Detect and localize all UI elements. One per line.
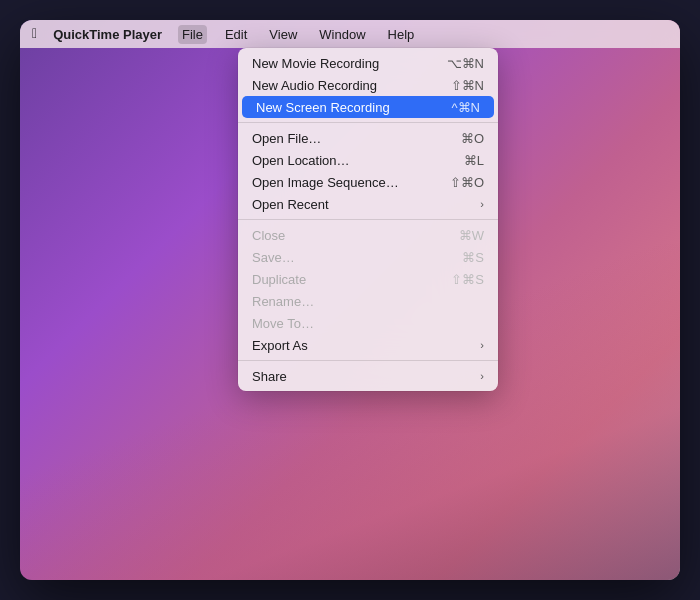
menu-item-open-file[interactable]: Open File… ⌘O [238, 127, 498, 149]
menu-edit[interactable]: Edit [221, 25, 251, 44]
menu-window[interactable]: Window [315, 25, 369, 44]
menu-item-label: Open Recent [252, 197, 480, 212]
menu-item-shortcut: ⌘W [459, 228, 484, 243]
menu-item-open-location[interactable]: Open Location… ⌘L [238, 149, 498, 171]
menu-item-label: New Audio Recording [252, 78, 451, 93]
menu-item-shortcut: ⌘S [462, 250, 484, 265]
menu-item-label: New Screen Recording [256, 100, 452, 115]
menu-file[interactable]: File [178, 25, 207, 44]
submenu-arrow-icon: › [480, 370, 484, 382]
menu-item-rename: Rename… [238, 290, 498, 312]
menu-item-label: New Movie Recording [252, 56, 447, 71]
menu-item-label: Close [252, 228, 459, 243]
menu-item-label: Open Image Sequence… [252, 175, 450, 190]
menu-item-label: Move To… [252, 316, 484, 331]
menu-separator [238, 122, 498, 123]
menu-item-save: Save… ⌘S [238, 246, 498, 268]
menu-separator-3 [238, 360, 498, 361]
file-menu-dropdown: New Movie Recording ⌥⌘N New Audio Record… [238, 48, 498, 391]
menu-item-label: Rename… [252, 294, 484, 309]
menu-item-shortcut: ⇧⌘O [450, 175, 484, 190]
menu-item-new-screen-recording[interactable]: New Screen Recording ^⌘N [242, 96, 494, 118]
menu-item-open-image-sequence[interactable]: Open Image Sequence… ⇧⌘O [238, 171, 498, 193]
menu-item-shortcut: ⇧⌘S [451, 272, 484, 287]
screen:  QuickTime Player File Edit View Window… [20, 20, 680, 580]
menu-bar-items: File Edit View Window Help [178, 25, 418, 44]
menu-item-close: Close ⌘W [238, 224, 498, 246]
menu-item-label: Share [252, 369, 480, 384]
menu-item-shortcut: ^⌘N [452, 100, 481, 115]
app-name[interactable]: QuickTime Player [53, 27, 162, 42]
menu-item-label: Export As [252, 338, 480, 353]
menu-item-export-as[interactable]: Export As › [238, 334, 498, 356]
menu-item-label: Open Location… [252, 153, 464, 168]
menu-item-move-to: Move To… [238, 312, 498, 334]
menu-item-open-recent[interactable]: Open Recent › [238, 193, 498, 215]
menu-separator-2 [238, 219, 498, 220]
apple-menu[interactable]:  [32, 26, 37, 42]
menu-view[interactable]: View [265, 25, 301, 44]
menu-item-label: Duplicate [252, 272, 451, 287]
menu-item-shortcut: ⌘O [461, 131, 484, 146]
menu-item-label: Save… [252, 250, 462, 265]
menu-item-new-movie-recording[interactable]: New Movie Recording ⌥⌘N [238, 52, 498, 74]
menu-item-shortcut: ⌘L [464, 153, 484, 168]
menu-item-label: Open File… [252, 131, 461, 146]
menu-bar:  QuickTime Player File Edit View Window… [20, 20, 680, 48]
submenu-arrow-icon: › [480, 339, 484, 351]
menu-item-shortcut: ⌥⌘N [447, 56, 484, 71]
menu-item-duplicate: Duplicate ⇧⌘S [238, 268, 498, 290]
menu-item-new-audio-recording[interactable]: New Audio Recording ⇧⌘N [238, 74, 498, 96]
menu-item-share[interactable]: Share › [238, 365, 498, 387]
menu-help[interactable]: Help [384, 25, 419, 44]
menu-item-shortcut: ⇧⌘N [451, 78, 484, 93]
submenu-arrow-icon: › [480, 198, 484, 210]
